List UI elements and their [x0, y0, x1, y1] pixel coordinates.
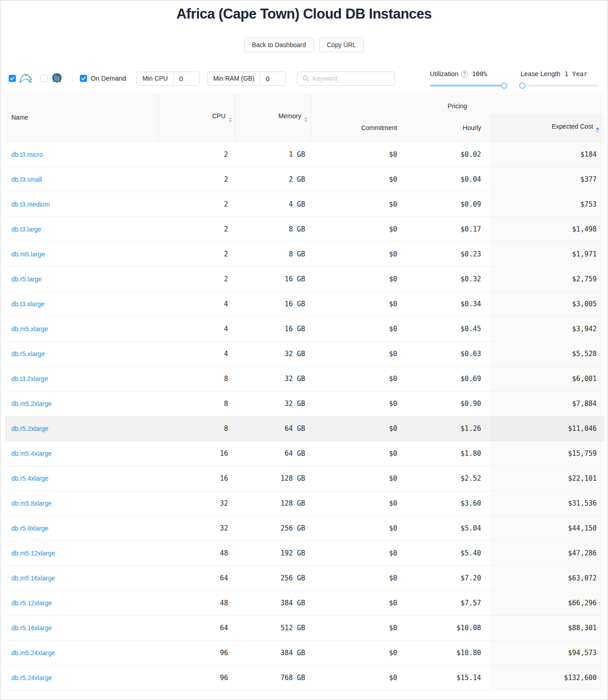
expected-cost-cell: $3,942 [490, 316, 604, 341]
instance-name-link[interactable]: db.m5.4xlarge [11, 450, 52, 457]
table-row[interactable]: db.t3.micro 2 1 GB $0 $0.02 $184 [5, 142, 604, 167]
instance-name-link[interactable]: db.r5.xlarge [11, 350, 45, 357]
instance-name-link[interactable]: db.t3.medium [11, 201, 50, 208]
memory-cell: 8 GB [235, 217, 311, 241]
instance-name-link[interactable]: db.m5.16xlarge [11, 574, 55, 582]
instance-name-link[interactable]: db.r5.24xlarge [11, 674, 52, 681]
cpu-cell: 2 [158, 266, 235, 291]
column-header-name[interactable]: Name [5, 93, 158, 142]
instance-name-link[interactable]: db.r5.4xlarge [11, 475, 49, 482]
table-row[interactable]: db.r5.large 2 16 GB $0 $0.32 $2,759 [5, 266, 604, 291]
table-row[interactable]: db.r5.4xlarge 16 128 GB $0 $2.52 $22,101 [5, 466, 604, 491]
instance-name-link[interactable]: db.r5.8xlarge [11, 525, 49, 532]
cpu-cell: 2 [158, 217, 235, 241]
table-row[interactable]: db.t3.xlarge 4 16 GB $0 $0.34 $3,005 [5, 291, 604, 316]
column-header-memory[interactable]: Memory [235, 93, 311, 142]
copy-url-button[interactable]: Copy URL [319, 38, 364, 52]
instance-name-link[interactable]: db.t3.large [11, 226, 41, 233]
hourly-cell: $0.45 [402, 316, 490, 341]
instance-name-link[interactable]: db.m5.large [11, 251, 45, 258]
mysql-filter[interactable] [9, 73, 33, 84]
table-row[interactable]: db.r5.xlarge 4 32 GB $0 $0.63 $5,528 [5, 341, 604, 366]
table-row[interactable]: db.m5.4xlarge 16 64 GB $0 $1.80 $15,759 [5, 441, 604, 466]
table-row[interactable]: db.r5.8xlarge 32 256 GB $0 $5.04 $44,150 [5, 516, 604, 541]
instance-name-link[interactable]: db.r5.12xlarge [11, 599, 52, 607]
column-header-commitment[interactable]: Commitment [311, 114, 402, 142]
hourly-cell: $1.26 [402, 416, 490, 441]
instance-name-link[interactable]: db.r5.large [11, 275, 42, 283]
instance-name-link[interactable]: db.m5.xlarge [11, 325, 48, 333]
instance-name-link[interactable]: db.m5.24xlarge [11, 649, 55, 657]
expected-cost-cell: $5,528 [490, 341, 604, 366]
instance-name-link[interactable]: db.m5.2xlarge [11, 400, 52, 407]
table-row[interactable]: db.m5.24xlarge 96 384 GB $0 $10.80 $94,5… [5, 640, 604, 665]
expected-cost-cell: $3,005 [490, 291, 604, 316]
table-row[interactable]: db.m5.12xlarge 48 192 GB $0 $5.40 $47,28… [5, 541, 604, 565]
table-row[interactable]: db.t3.medium 2 4 GB $0 $0.09 $753 [5, 192, 604, 217]
back-to-dashboard-button[interactable]: Back to Dashboard [244, 38, 314, 52]
instance-name-link[interactable]: db.m5.8xlarge [11, 500, 52, 507]
table-row[interactable]: db.m5.2xlarge 8 32 GB $0 $0.90 $7,884 [5, 391, 604, 416]
instance-name-link[interactable]: db.t3.small [11, 176, 42, 183]
help-icon[interactable]: ? [461, 71, 468, 77]
utilization-slider[interactable] [430, 85, 506, 87]
utilization-label: Utilization [430, 70, 458, 77]
page-title: Africa (Cape Town) Cloud DB Instances [0, 6, 608, 22]
mysql-checkbox[interactable] [9, 75, 16, 82]
table-row[interactable]: db.m5.16xlarge 64 256 GB $0 $7.20 $63,07… [5, 565, 604, 590]
expected-cost-sort-icon[interactable] [596, 127, 599, 133]
on-demand-filter[interactable]: On Demand [80, 75, 126, 82]
min-ram-input[interactable] [260, 72, 286, 85]
table-body: db.t3.micro 2 1 GB $0 $0.02 $184 db.t3.s… [5, 142, 604, 690]
commitment-cell: $0 [311, 316, 402, 341]
commitment-cell: $0 [311, 466, 402, 491]
table-row[interactable]: db.m5.8xlarge 32 128 GB $0 $3.60 $31,536 [5, 491, 604, 516]
postgres-filter[interactable] [40, 72, 63, 85]
page: Africa (Cape Town) Cloud DB Instances Ba… [0, 0, 608, 700]
memory-cell: 384 GB [235, 640, 311, 665]
instances-table: Name CPU Memory Pricing Commitment Hourl… [5, 93, 604, 690]
commitment-cell: $0 [311, 640, 402, 665]
lease-length-slider-handle[interactable] [519, 82, 525, 89]
memory-cell: 1 GB [235, 142, 311, 167]
memory-sort-icon[interactable] [304, 117, 308, 122]
on-demand-checkbox[interactable] [80, 75, 87, 82]
column-header-expected-cost[interactable]: Expected Cost [490, 114, 604, 142]
keyword-input[interactable] [312, 75, 389, 82]
table-row[interactable]: db.r5.12xlarge 48 384 GB $0 $7.57 $66,29… [5, 590, 604, 615]
min-cpu-input[interactable] [174, 72, 199, 85]
hourly-cell: $0.09 [402, 192, 490, 217]
keyword-search [297, 72, 395, 86]
table-row[interactable]: db.m5.xlarge 4 16 GB $0 $0.45 $3,942 [5, 316, 604, 341]
memory-cell: 256 GB [235, 565, 311, 590]
expected-cost-cell: $2,759 [490, 266, 604, 291]
column-header-hourly[interactable]: Hourly [402, 114, 490, 142]
expected-cost-cell: $63,072 [490, 565, 604, 590]
cpu-cell: 8 [158, 366, 235, 391]
table-row[interactable]: db.t3.large 2 8 GB $0 $0.17 $1,498 [5, 217, 604, 241]
memory-cell: 64 GB [235, 441, 311, 466]
memory-cell: 16 GB [235, 266, 311, 291]
instance-name-link[interactable]: db.t3.2xlarge [11, 375, 48, 382]
lease-length-label: Lease Length [520, 70, 560, 77]
utilization-slider-handle[interactable] [501, 82, 507, 89]
hourly-cell: $3.60 [402, 491, 490, 516]
instance-name-link[interactable]: db.r5.2xlarge [11, 425, 49, 432]
cpu-cell: 2 [158, 142, 235, 167]
table-row[interactable]: db.r5.2xlarge 8 64 GB $0 $1.26 $11,046 [5, 416, 604, 441]
table-row[interactable]: db.r5.24xlarge 96 768 GB $0 $15.14 $132,… [5, 665, 604, 690]
instance-name-link[interactable]: db.t3.xlarge [11, 300, 44, 308]
instance-name-link[interactable]: db.r5.16xlarge [11, 624, 52, 632]
instance-name-link[interactable]: db.m5.12xlarge [11, 550, 55, 557]
lease-length-slider[interactable] [520, 85, 598, 87]
cpu-sort-icon[interactable] [229, 117, 232, 122]
column-header-cpu[interactable]: CPU [158, 93, 235, 142]
postgres-checkbox[interactable] [40, 75, 48, 82]
min-cpu-label: Min CPU [137, 72, 174, 85]
table-row[interactable]: db.t3.2xlarge 8 32 GB $0 $0.69 $6,001 [5, 366, 604, 391]
table-row[interactable]: db.m5.large 2 8 GB $0 $0.23 $1,971 [5, 241, 604, 266]
table-row[interactable]: db.r5.16xlarge 64 512 GB $0 $10.08 $88,3… [5, 615, 604, 640]
commitment-cell: $0 [311, 192, 402, 217]
instance-name-link[interactable]: db.t3.micro [11, 151, 43, 158]
table-row[interactable]: db.t3.small 2 2 GB $0 $0.04 $377 [5, 167, 604, 192]
